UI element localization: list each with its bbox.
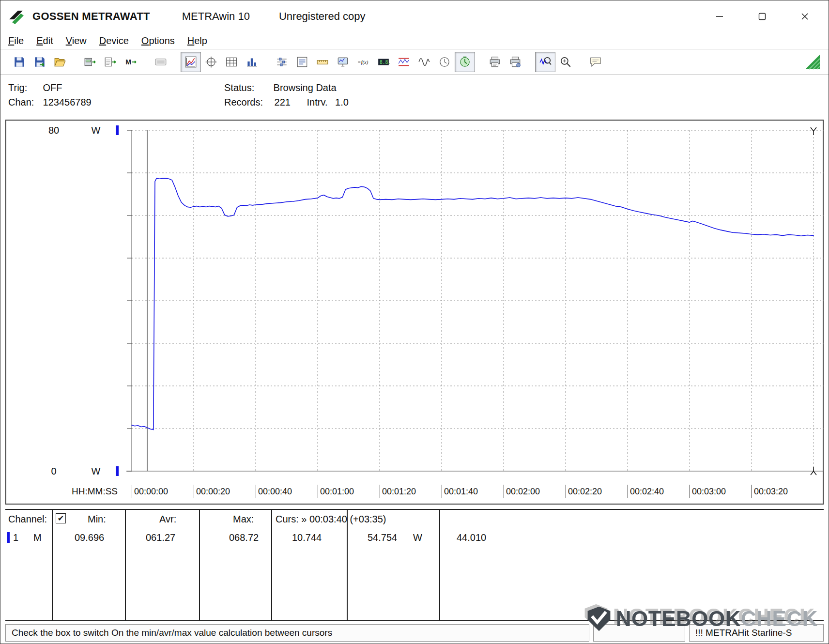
svg-text:=f(x): =f(x) — [357, 59, 368, 65]
view-line-chart-button[interactable] — [181, 52, 201, 72]
x-tick-label: 00:03:20 — [752, 485, 788, 498]
channel-list-button[interactable] — [292, 52, 312, 72]
menu-item-edit[interactable]: Edit — [36, 35, 53, 46]
titlebar: GOSSEN METRAWATT METRAwin 10 Unregistere… — [0, 0, 829, 32]
values-table: Channel: ✔ Min: Avr: Max: Curs: » 00:03:… — [5, 509, 824, 621]
crosshair-icon — [205, 56, 217, 68]
minimize-icon — [714, 11, 725, 22]
x-tick-label: 00:00:00 — [132, 485, 168, 498]
table-divider — [52, 510, 53, 620]
col-header-cursor: Curs: » 00:03:40 (+03:35) — [276, 513, 386, 525]
menu-item-device[interactable]: Device — [99, 35, 129, 46]
transfer-settings-button[interactable] — [272, 52, 292, 72]
channel-list-icon — [296, 56, 308, 68]
row-unit: W — [413, 531, 422, 544]
channel-color-tick-row — [7, 532, 10, 543]
menubar: File Edit View Device Options Help — [0, 32, 829, 49]
monitor-online-button[interactable] — [333, 52, 353, 72]
toolbar-group-display — [151, 52, 171, 72]
maximize-button[interactable] — [751, 9, 773, 24]
statusbar-hint: Check the box to switch On the min/avr/m… — [5, 624, 589, 642]
toolbar-group-transfer: M — [80, 52, 141, 72]
zoom-inspect-button[interactable] — [555, 52, 576, 72]
menu-item-file[interactable]: File — [8, 35, 24, 46]
row-channel-mode: M — [33, 531, 42, 544]
x-tick-label: 00:02:00 — [504, 485, 540, 498]
status-block: Status: Browsing Data Records: 221 Intrv… — [224, 80, 349, 109]
analog-wave-button[interactable] — [414, 52, 434, 72]
numeric-display-icon: 8.8.8 — [377, 56, 390, 68]
formula-button[interactable]: =f(x) — [353, 52, 373, 72]
x-tick-label: 00:02:40 — [628, 485, 664, 498]
row-avr-value: 061.27 — [146, 531, 175, 544]
line-chart-view-icon — [184, 56, 197, 68]
memory-read-icon — [104, 56, 117, 68]
row-cursor2-value: 54.754 — [368, 531, 397, 544]
maximize-icon — [757, 11, 768, 22]
table-divider — [347, 510, 348, 620]
toolbar-group-zoom — [535, 52, 576, 72]
x-tick-label: 00:01:20 — [380, 485, 416, 498]
svg-text:M: M — [125, 58, 131, 66]
scale-settings-button[interactable] — [312, 52, 333, 72]
toolbar-group-file — [9, 52, 70, 72]
monitor-icon — [337, 56, 349, 68]
y-axis-unit-bottom: W — [88, 465, 104, 477]
intrv-label: Intrv. — [307, 97, 328, 107]
save-file-button[interactable] — [9, 52, 30, 72]
statusbar: Check the box to switch On the min/avr/m… — [5, 624, 824, 642]
lcd-display-icon — [154, 56, 167, 68]
memory-store-icon: M — [124, 56, 137, 68]
menu-item-options[interactable]: Options — [141, 35, 175, 46]
clock-icon — [438, 56, 451, 68]
print-button[interactable] — [485, 52, 505, 72]
device-read-icon — [84, 56, 96, 68]
lcd-display-button[interactable] — [151, 52, 171, 72]
x-tick-label: 00:00:40 — [256, 485, 292, 498]
sine-wave-icon — [418, 56, 430, 68]
zoom-signal-button[interactable] — [535, 52, 555, 72]
print-form-button[interactable] — [505, 52, 525, 72]
sliders-icon — [276, 56, 288, 68]
infobar: Trig: OFF Chan: 123456789 Status: Browsi… — [0, 75, 829, 120]
open-file-button[interactable] — [50, 52, 70, 72]
intrv-value: 1.0 — [335, 97, 349, 107]
annotation-button[interactable] — [585, 52, 606, 72]
view-histogram-button[interactable] — [242, 52, 262, 72]
close-button[interactable] — [794, 9, 816, 24]
col-header-channel: Channel: — [8, 513, 47, 525]
x-axis-name: HH:MM:SS — [72, 485, 118, 498]
save-selection-button[interactable] — [30, 52, 50, 72]
memory-read-button[interactable] — [100, 52, 121, 72]
numeric-display-button[interactable]: 8.8.8 — [373, 52, 394, 72]
trig-label: Trig: — [8, 80, 40, 95]
minimize-button[interactable] — [708, 9, 731, 24]
y-axis-min-label: 0 — [44, 465, 63, 477]
table-view-icon — [225, 56, 238, 68]
x-tick-label: 00:03:00 — [690, 485, 726, 498]
view-xy-button[interactable] — [201, 52, 221, 72]
svg-text:8.8.8: 8.8.8 — [380, 59, 390, 64]
memory-store-button[interactable]: M — [121, 52, 141, 72]
statusbar-device: !!! METRAHit Starline-S — [689, 624, 824, 642]
statusbar-spacer — [593, 624, 685, 642]
magnifier-icon — [559, 56, 572, 68]
limit-lines-button[interactable] — [394, 52, 414, 72]
x-tick-label: 00:01:40 — [442, 485, 478, 498]
interval-clock-button[interactable] — [434, 52, 455, 72]
plot-area[interactable] — [126, 126, 824, 476]
col-header-min: Min: — [88, 513, 106, 525]
table-divider — [271, 510, 272, 620]
record-timer-button[interactable] — [455, 52, 475, 72]
view-table-button[interactable] — [221, 52, 242, 72]
menu-item-help[interactable]: Help — [187, 35, 207, 46]
chart-panel: 80 W 0 W HH:MM:SS 00:00:00 00:00:20 00:0… — [5, 120, 824, 505]
metrawin-window: GOSSEN METRAWATT METRAwin 10 Unregistere… — [0, 0, 829, 644]
menu-item-view[interactable]: View — [66, 35, 87, 46]
device-read-button[interactable] — [80, 52, 100, 72]
table-divider — [199, 510, 200, 620]
save-selection-icon — [33, 56, 46, 68]
license-status: Unregistered copy — [279, 10, 366, 23]
minmax-checkbox[interactable]: ✔ — [56, 513, 66, 523]
trig-value: OFF — [43, 82, 62, 93]
